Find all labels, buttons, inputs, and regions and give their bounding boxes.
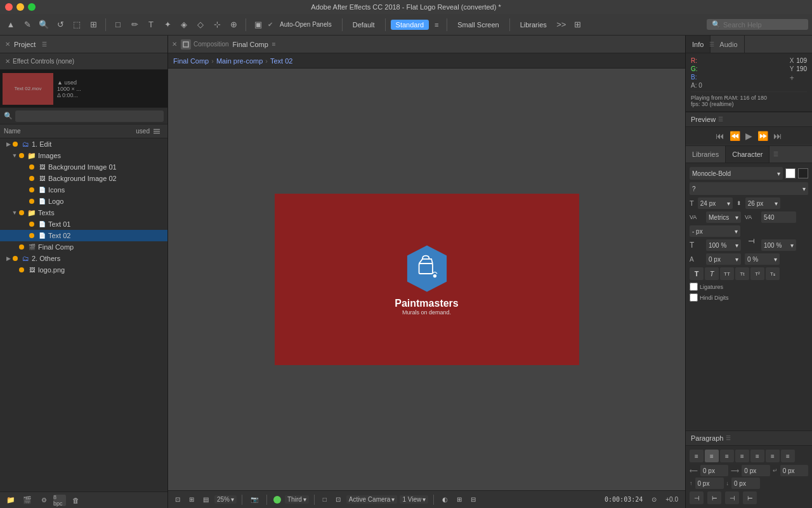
more-tools-btn[interactable]: >> (554, 18, 568, 32)
bpc-indicator[interactable]: 8 bpc (53, 495, 66, 506)
char-menu-btn[interactable]: ☰ (769, 146, 782, 163)
maximize-button[interactable] (28, 3, 36, 11)
delete-btn[interactable]: 🗑 (69, 493, 82, 507)
font-dropdown[interactable]: Monocle-Bold ▾ (690, 167, 783, 180)
puppet-tool[interactable]: ⊞ (86, 18, 100, 32)
preview-last-btn[interactable]: ⏭ (773, 131, 782, 141)
space-before-input[interactable]: 0 px (695, 478, 724, 489)
list-options-btn[interactable] (150, 128, 164, 135)
select-tool[interactable]: ▲ (4, 18, 18, 32)
bg-color-swatch[interactable] (798, 168, 808, 178)
breadcrumb-text02[interactable]: Text 02 (270, 57, 292, 65)
baseline-pct-input[interactable]: 0 % ▾ (745, 253, 780, 265)
tree-item-texts[interactable]: ▼ 📁 Texts (0, 207, 167, 218)
unit-input[interactable]: - px ▾ (690, 225, 740, 237)
tree-item-others[interactable]: ▶ 🗂 2. Others (0, 253, 167, 264)
render-btn[interactable]: □ (320, 495, 330, 504)
comp-icon[interactable]: ▣ (251, 18, 265, 32)
text-tool[interactable]: T (144, 18, 158, 32)
breadcrumb-finalcomp[interactable]: Final Comp (173, 57, 209, 65)
indent-btn1[interactable]: ⊣ (690, 491, 704, 504)
footage-settings-btn[interactable]: ⚙ (37, 493, 51, 507)
small-screen-btn[interactable]: Small Screen (452, 20, 504, 30)
paragraph-menu[interactable]: ☰ (726, 435, 731, 441)
space-after-input[interactable]: 0 px (731, 478, 760, 489)
audio-tab[interactable]: Audio (713, 36, 744, 53)
preview-menu[interactable]: ☰ (718, 116, 723, 123)
align-left-btn[interactable]: ≡ (690, 450, 704, 462)
align-justify-all-btn[interactable]: ≡ (781, 450, 795, 462)
timecode-display[interactable]: 0:00:03:24 (601, 495, 646, 504)
hindi-digits-checkbox-label[interactable]: Hindi Digits (690, 293, 729, 302)
align-justify-center-btn[interactable]: ≡ (750, 450, 764, 462)
right-indent-input[interactable]: 0 px (742, 465, 769, 476)
effect-controls-close[interactable]: ✕ (5, 58, 10, 65)
scale-h-input[interactable]: 100 % ▾ (706, 239, 741, 251)
font-size-input[interactable]: 24 px ▾ (698, 197, 733, 209)
search-help-input[interactable] (723, 21, 799, 29)
preview-first-btn[interactable]: ⏮ (716, 131, 724, 141)
close-button[interactable] (5, 3, 13, 11)
track-tool[interactable]: ⊕ (226, 18, 240, 32)
auto-open-panels-btn[interactable]: Auto-Open Panels (275, 20, 337, 29)
left-indent-input[interactable]: 0 px (700, 465, 728, 476)
tree-item-logopng[interactable]: 🖼 logo.png (0, 264, 167, 276)
leading-input[interactable]: 26 px ▾ (745, 197, 780, 209)
viewer-settings-btn[interactable]: ⊞ (186, 495, 197, 504)
preview-play-btn[interactable]: ▶ (745, 131, 752, 141)
indent-btn2[interactable]: ⊢ (707, 491, 721, 504)
preview-forward-btn[interactable]: ⏩ (757, 131, 768, 141)
comp-tab-menu[interactable]: ≡ (272, 41, 276, 48)
toggle-transparency-btn[interactable]: ▤ (200, 495, 212, 504)
views-select[interactable]: 1 View ▾ (400, 495, 428, 504)
layout-icon[interactable]: ⊞ (571, 18, 585, 32)
bold-btn[interactable]: T (690, 267, 704, 280)
region-of-interest-btn[interactable]: ⊡ (172, 495, 183, 504)
tree-item-images[interactable]: ▼ 📁 Images (0, 150, 167, 161)
guides-btn[interactable]: ⊟ (468, 495, 479, 504)
tree-item-edit[interactable]: ▶ 🗂 1. Edit (0, 138, 167, 150)
default-workspace-btn[interactable]: Default (348, 20, 380, 30)
superscript-btn[interactable]: T² (750, 267, 764, 280)
baseline-input[interactable]: 0 px ▾ (706, 253, 741, 265)
tree-item-text01[interactable]: 📄 Text 01 (0, 218, 167, 230)
character-tab[interactable]: Character (726, 146, 769, 163)
ligatures-checkbox-label[interactable]: Ligatures (690, 283, 723, 291)
tree-item-finalcomp[interactable]: 🎬 Final Comp (0, 241, 167, 253)
plus-minus-btn[interactable]: +0.0 (662, 495, 681, 504)
tab-close-icon[interactable]: ✕ (172, 41, 177, 48)
preview-rewind-btn[interactable]: ⏪ (730, 131, 740, 141)
indent-btn3[interactable]: ⊣ (725, 491, 739, 504)
exposure-btn[interactable]: ◐ (439, 495, 451, 504)
shape-tool[interactable]: ◇ (193, 18, 207, 32)
new-comp-btn[interactable]: 🎬 (20, 493, 34, 507)
libraries-tab[interactable]: Libraries (686, 146, 726, 163)
project-search-input[interactable] (15, 110, 164, 122)
viewer-btn2[interactable]: ⊡ (332, 495, 344, 504)
snapshot-btn[interactable]: 📷 (247, 495, 261, 504)
minimize-button[interactable] (16, 3, 24, 11)
tracking-input[interactable]: 540 (761, 211, 796, 223)
tree-item-logo[interactable]: 📄 Logo (0, 196, 167, 207)
standard-workspace-btn[interactable]: Standard (391, 20, 429, 30)
text-color-swatch[interactable] (785, 168, 796, 178)
hindi-digits-checkbox[interactable] (690, 293, 698, 302)
align-justify-btn[interactable]: ≡ (735, 450, 749, 462)
search-tool[interactable]: 🔍 (37, 18, 51, 32)
align-center-btn[interactable]: ≡ (705, 450, 719, 462)
new-folder-btn[interactable]: 📁 (4, 493, 18, 507)
tree-item-bg01[interactable]: 🖼 Background Image 01 (0, 161, 167, 173)
paint-tool[interactable]: ◈ (177, 18, 191, 32)
camera-select[interactable]: Active Camera ▾ (346, 495, 398, 504)
kerning-input[interactable]: Metrics ▾ (706, 211, 741, 223)
libraries-btn[interactable]: Libraries (515, 20, 552, 30)
ligatures-checkbox[interactable] (690, 283, 698, 291)
tree-item-text02[interactable]: 📄 Text 02 (0, 230, 167, 241)
smallcaps-btn[interactable]: Tt (735, 267, 749, 280)
undo-tool[interactable]: ↺ (53, 18, 67, 32)
align-right-btn[interactable]: ≡ (720, 450, 734, 462)
project-panel-menu[interactable]: ☰ (42, 41, 47, 48)
grid-btn[interactable]: ⊞ (454, 495, 465, 504)
rect-shape-tool[interactable]: □ (111, 18, 125, 32)
zoom-select[interactable]: 25% ▾ (214, 495, 237, 504)
